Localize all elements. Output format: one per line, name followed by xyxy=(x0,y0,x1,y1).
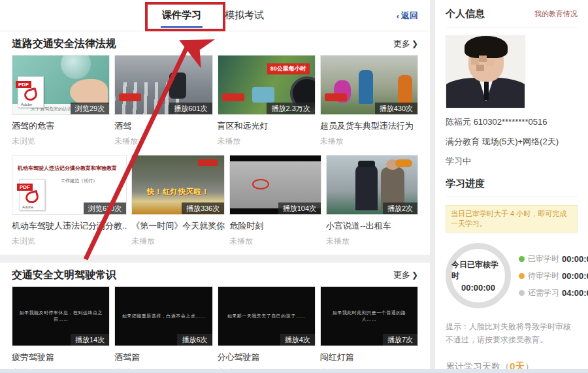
pdf-icon: PDF Adobe xyxy=(19,179,45,210)
video-status: 未浏览 xyxy=(12,136,110,147)
video-thumbnail: 如果我此时此刻只是一个普通的路人…… 播放7次 xyxy=(320,286,418,346)
video-card[interactable]: 播放104次 危险时刻 未播放 xyxy=(229,155,321,255)
video-card[interactable]: 关于酒驾危害的认识 PDF Adobe 浏览29次 酒驾的危害 未浏览 xyxy=(12,55,110,155)
person-graphic xyxy=(359,70,373,104)
video-thumbnail: 播放430次 xyxy=(320,55,418,115)
vehicle-graphic xyxy=(252,87,274,103)
video-card[interactable]: 播放2次 小宫说道--出租车 未播放 xyxy=(326,155,418,255)
video-card[interactable]: 机动车驾驶人违法记分满分教育和审验教育 工作规范（试行） PDF Adobe 浏… xyxy=(12,155,127,255)
section-laws: 道路交通安全法律法规 更多❯ 关于酒驾危害的认识 PDF Adobe xyxy=(0,33,430,255)
user-id-masked: 610302********0516 xyxy=(474,117,547,127)
green-dot-icon xyxy=(519,256,525,262)
face-verify-notice: 提示：人脸比对失败将导致学时审核不通过，请按要求接受教育。 xyxy=(446,320,578,346)
avatar xyxy=(446,35,525,108)
tab-bar: 课件学习 模拟考试 ‹ 返回 xyxy=(0,0,430,31)
video-title: 《第一时间》今天就奖你 xyxy=(131,220,225,232)
more-label: 更多 xyxy=(393,39,410,48)
chevron-right-icon: ❯ xyxy=(412,270,418,280)
video-title: 酒驾篇 xyxy=(114,351,212,363)
quote-text: 如果那一天我失去了自己的孩子…… xyxy=(221,313,312,319)
channel-logo xyxy=(222,93,244,101)
video-card[interactable]: 如果我能及时停车休息，在到达终点之前…… 播放14次 疲劳驾驶篇 未播放 xyxy=(12,286,110,373)
video-title: 机动车驾驶人违法记分满分教.. xyxy=(12,220,127,232)
view-count-badge: 浏览29次 xyxy=(71,103,109,114)
video-status: 未播放 xyxy=(218,136,316,147)
my-education-link[interactable]: 我的教育情况 xyxy=(534,9,578,19)
video-card[interactable]: 如果那一天我失去了自己的孩子…… 播放4次 分心驾驶篇 未播放 xyxy=(218,286,316,373)
more-link-laws[interactable]: 更多❯ xyxy=(393,38,418,50)
video-status: 未浏览 xyxy=(12,236,127,247)
tab-mock-exam[interactable]: 模拟考试 xyxy=(213,0,276,31)
education-value: 现场(5天)+网络(2天) xyxy=(482,137,559,146)
section-civil-driving: 交通安全文明驾驶常识 更多❯ 如果我能及时停车休息，在到达终点之前…… 播放14… xyxy=(0,264,430,373)
play-count-badge: 播放104次 xyxy=(278,203,321,214)
main-panel: 课件学习 模拟考试 ‹ 返回 道路交通安全法律法规 更多❯ xyxy=(0,0,430,369)
play-count-badge: 播放14次 xyxy=(71,334,109,346)
user-name: 陈福元 xyxy=(446,117,471,127)
footer-strip xyxy=(0,369,588,373)
play-count-badge: 播放2.3万次 xyxy=(267,103,314,114)
video-thumbnail: 机动车驾驶人违法记分满分教育和审验教育 工作规范（试行） PDF Adobe 浏… xyxy=(12,155,127,215)
quote-text: 如果我此时此刻只是一个普通的路人…… xyxy=(321,310,417,323)
video-status: 未播放 xyxy=(114,136,212,147)
video-card[interactable]: 快！红灯快灭啦！ 播放336次 《第一时间》今天就奖你 未播放 xyxy=(131,155,225,255)
back-button[interactable]: ‹ 返回 xyxy=(397,0,418,31)
video-card[interactable]: 如果还能重新选择，白酒不会上桌…… 播放6次 酒驾篇 未播放 xyxy=(114,286,212,373)
highlight-circle-graphic xyxy=(252,179,269,189)
video-status: 未播放 xyxy=(131,236,225,247)
play-count-badge: 播放601次 xyxy=(169,103,212,114)
education-type-line: 满分教育 现场(5天)+网络(2天) xyxy=(446,136,578,148)
video-card[interactable]: 播放601次 酒驾 未播放 xyxy=(114,55,212,155)
progress-area: 今日已审核学时 00:00:00 已审学时 00:00:00 待审学时 00:0… xyxy=(446,243,578,308)
video-thumbnail: 如果我能及时停车休息，在到达终点之前…… 播放14次 xyxy=(12,286,110,346)
name-id-line: 陈福元 610302********0516 xyxy=(446,116,578,128)
video-title: 闯红灯篇 xyxy=(320,351,418,363)
personal-info-panel: 个人信息 我的教育情况 陈福元 610302********0516 满分教育 … xyxy=(435,0,588,369)
video-title: 小宫说道--出租车 xyxy=(326,220,418,232)
video-title: 超员及货车典型违法行为 xyxy=(320,120,418,132)
quote-text: 如果还能重新选择，白酒不会上桌…… xyxy=(116,313,212,319)
video-card[interactable]: 80公里每小时 播放2.3万次 盲区和远光灯 未播放 xyxy=(218,55,316,155)
play-count-badge: 播放6次 xyxy=(177,334,212,346)
play-count-badge: 播放4次 xyxy=(280,334,315,346)
person-graphic xyxy=(398,75,412,105)
legend-row-pending: 待审学时 00:00:00 xyxy=(519,270,588,282)
video-card[interactable]: 播放430次 超员及货车典型违法行为 未播放 xyxy=(320,55,418,155)
progress-ring: 今日已审核学时 00:00:00 xyxy=(446,243,511,308)
video-thumbnail: 播放601次 xyxy=(114,55,212,115)
video-status: 未播放 xyxy=(326,236,418,247)
grey-dot-icon xyxy=(519,290,525,296)
orange-dot-icon xyxy=(519,273,525,279)
tab-courseware[interactable]: 课件学习 xyxy=(150,0,213,31)
video-thumbnail: 80公里每小时 播放2.3万次 xyxy=(218,55,316,115)
play-count-badge: 播放2次 xyxy=(383,203,417,214)
video-title: 分心驾驶篇 xyxy=(218,351,316,363)
learning-state: 学习中 xyxy=(446,155,578,167)
wine-glass-graphic xyxy=(61,55,91,79)
police-cap-graphic xyxy=(358,161,375,167)
channel-logo xyxy=(395,159,412,167)
play-count-badge: 播放7次 xyxy=(383,334,417,346)
card-grid-row1: 关于酒驾危害的认识 PDF Adobe 浏览29次 酒驾的危害 未浏览 xyxy=(12,55,418,155)
video-status: 未播放 xyxy=(229,236,321,247)
channel-logo xyxy=(119,93,141,101)
police-officer-graphic xyxy=(355,165,378,210)
section-title: 道路交通安全法律法规 xyxy=(12,37,116,51)
video-card[interactable]: 如果我此时此刻只是一个普通的路人…… 播放7次 闯红灯篇 未播放 xyxy=(320,286,418,373)
card-grid-row2: 机动车驾驶人违法记分满分教育和审验教育 工作规范（试行） PDF Adobe 浏… xyxy=(12,155,418,255)
video-thumbnail: 如果那一天我失去了自己的孩子…… 播放4次 xyxy=(218,286,316,346)
education-label: 满分教育 xyxy=(446,137,480,146)
video-title: 疲劳驾驶篇 xyxy=(12,351,110,363)
section-title: 交通安全文明驾驶常识 xyxy=(12,268,116,282)
play-count-badge: 播放336次 xyxy=(182,203,224,214)
play-count-badge: 播放430次 xyxy=(375,103,417,114)
course-learning-page: 课件学习 模拟考试 ‹ 返回 道路交通安全法律法规 更多❯ xyxy=(0,0,588,373)
tab-mock-exam-label: 模拟考试 xyxy=(225,9,264,22)
video-thumbnail: 播放104次 xyxy=(229,155,321,215)
quote-text: 如果我能及时停车休息，在到达终点之前…… xyxy=(12,310,109,323)
progress-section-title: 学习进度 xyxy=(446,178,578,190)
more-link-civil[interactable]: 更多❯ xyxy=(393,269,418,281)
subtitle-text: 快！红灯快灭啦！ xyxy=(132,187,224,197)
tab-courseware-label: 课件学习 xyxy=(162,9,201,22)
red-banner-graphic xyxy=(198,159,218,166)
